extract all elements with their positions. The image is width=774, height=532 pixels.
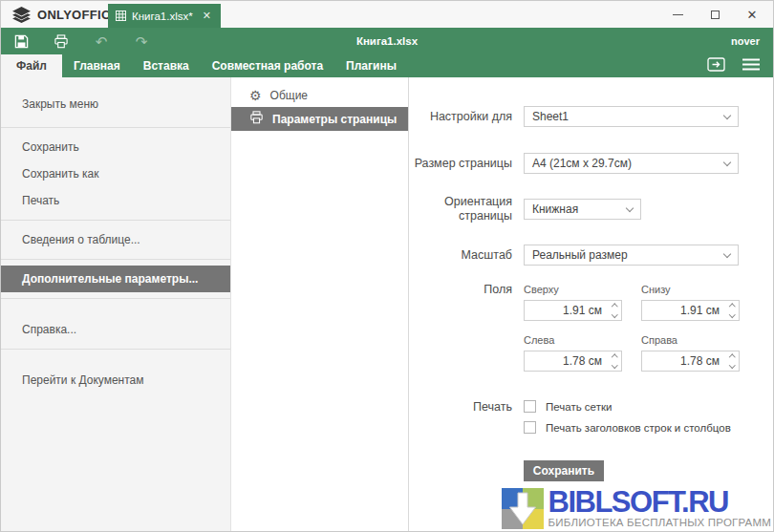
orientation-value: Книжная [532, 202, 578, 216]
print-gridlines-option: Печать сетки [524, 400, 731, 413]
margin-right-stepper[interactable]: 1.78 см [641, 351, 740, 372]
page-settings-form: Настройки для Sheet1 Размер страницы A4 … [409, 77, 773, 532]
watermark-title: BIBLSOFT.RU [548, 489, 771, 516]
page-size-select[interactable]: A4 (21см x 29.7см) [524, 153, 739, 174]
undo-icon[interactable]: ↶ [93, 32, 110, 50]
file-menu-content: Закрыть меню Сохранить Сохранить как Печ… [1, 77, 773, 532]
save-icon[interactable] [12, 32, 30, 50]
chevron-down-icon [723, 249, 731, 257]
watermark-subtitle: БИБЛИОТЕКА БЕСПЛАТНЫХ ПРОГРАММ [548, 516, 771, 529]
settings-category-panel: ⚙ Общие Параметры страницы [231, 77, 409, 532]
titlebar: ONLYOFFICE Книга1.xlsx* ✕ ✕ [1, 1, 773, 28]
print-gridlines-checkbox[interactable] [524, 400, 536, 413]
quick-toolbar: ↶ ↷ Книга1.xlsx nover [1, 28, 773, 54]
window-controls: ✕ [672, 9, 773, 20]
chevron-down-icon [723, 158, 731, 165]
minimize-button[interactable] [672, 9, 683, 20]
menubar: Файл Главная Вставка Совместная работа П… [1, 54, 773, 77]
chevron-down-icon [723, 111, 731, 118]
brand-name: ONLYOFFICE [37, 8, 119, 22]
sidebar-item-save-as[interactable]: Сохранить как [1, 160, 230, 187]
margin-left-stepper[interactable]: 1.78 см [524, 351, 622, 372]
orientation-select[interactable]: Книжная [524, 199, 641, 220]
hamburger-menu-icon[interactable] [742, 57, 760, 74]
app-window: ONLYOFFICE Книга1.xlsx* ✕ ✕ [0, 0, 774, 532]
file-menu-sidebar: Закрыть меню Сохранить Сохранить как Печ… [1, 77, 231, 532]
sheet-select-value: Sheet1 [532, 110, 569, 123]
orientation-row: Ориентация страницы Книжная [409, 195, 773, 223]
print-headings-label: Печать заголовков строк и столбцов [546, 422, 731, 434]
scale-select[interactable]: Реальный размер [524, 245, 739, 266]
panel-item-label: Общие [270, 89, 308, 102]
biblsoft-logo-icon [502, 488, 544, 529]
page-size-row: Размер страницы A4 (21см x 29.7см) [409, 153, 773, 174]
sidebar-item-go-to-documents[interactable]: Перейти к Документам [1, 367, 230, 394]
panel-item-label: Параметры страницы [272, 113, 397, 126]
biblsoft-text: BIBLSOFT.RU БИБЛИОТЕКА БЕСПЛАТНЫХ ПРОГРА… [548, 489, 771, 529]
sidebar-item-close-menu[interactable]: Закрыть меню [1, 87, 230, 121]
sheet-select[interactable]: Sheet1 [524, 106, 739, 127]
close-window-button[interactable]: ✕ [746, 9, 758, 20]
margin-left-value: 1.78 см [563, 354, 602, 368]
maximize-button[interactable] [709, 9, 720, 20]
onlyoffice-logo-icon [12, 7, 31, 23]
sheet-settings-label: Настройки для [409, 110, 512, 124]
print-icon[interactable] [53, 32, 70, 50]
tab-collaboration[interactable]: Совместная работа [201, 54, 334, 77]
margins-row: Поля Сверху 1.91 см Снизу [409, 283, 773, 372]
margin-right-label: Справа [641, 333, 740, 348]
scale-label: Масштаб [409, 248, 512, 263]
divider [1, 127, 230, 128]
tab-file[interactable]: Файл [1, 54, 62, 77]
document-tab[interactable]: Книга1.xlsx* ✕ [108, 4, 221, 28]
margin-top-stepper[interactable]: 1.91 см [524, 300, 622, 321]
orientation-label: Ориентация страницы [409, 195, 512, 223]
page-size-value: A4 (21см x 29.7см) [532, 157, 632, 170]
biblsoft-watermark: BIBLSOFT.RU БИБЛИОТЕКА БЕСПЛАТНЫХ ПРОГРА… [502, 488, 771, 529]
print-gridlines-label: Печать сетки [546, 401, 612, 413]
stepper-arrows-icon[interactable] [730, 351, 735, 371]
toolbar-icons: ↶ ↷ [1, 32, 150, 50]
tab-title: Книга1.xlsx* [132, 11, 195, 22]
stepper-arrows-icon[interactable] [613, 351, 617, 371]
margin-top-label: Сверху [524, 283, 622, 297]
stepper-arrows-icon[interactable] [613, 301, 617, 320]
margin-bottom-label: Снизу [641, 283, 740, 297]
spreadsheet-icon [116, 11, 126, 21]
print-headings-checkbox[interactable] [524, 421, 536, 434]
scale-row: Масштаб Реальный размер [409, 245, 773, 266]
print-headings-option: Печать заголовков строк и столбцов [524, 421, 731, 434]
app-logo: ONLYOFFICE [1, 7, 119, 23]
panel-item-page-settings[interactable]: Параметры страницы [231, 107, 408, 131]
tab-insert[interactable]: Вставка [132, 54, 201, 77]
divider [1, 298, 230, 299]
save-settings-button[interactable]: Сохранить [524, 460, 604, 481]
margin-bottom-stepper[interactable]: 1.91 см [641, 300, 740, 321]
tab-close-icon[interactable]: ✕ [201, 10, 213, 22]
sidebar-item-advanced-settings[interactable]: Дополнительные параметры... [1, 266, 230, 292]
redo-icon[interactable]: ↷ [133, 32, 150, 50]
margin-right-value: 1.78 см [680, 354, 720, 368]
divider [1, 349, 230, 350]
sidebar-item-print[interactable]: Печать [1, 187, 230, 214]
menubar-right-icons [707, 54, 773, 77]
divider [1, 220, 230, 221]
printer-icon [249, 111, 264, 127]
sheet-settings-row: Настройки для Sheet1 [409, 106, 773, 127]
divider [1, 259, 230, 260]
tab-plugins[interactable]: Плагины [334, 54, 408, 77]
sidebar-item-spreadsheet-info[interactable]: Сведения о таблице... [1, 226, 230, 253]
tab-home[interactable]: Главная [62, 54, 132, 77]
print-options-label: Печать [409, 400, 512, 415]
stepper-arrows-icon[interactable] [730, 301, 735, 320]
print-options-row: Печать Печать сетки Печать заголовков ст… [409, 400, 773, 434]
download-arrow-icon [508, 492, 537, 525]
panel-item-general[interactable]: ⚙ Общие [231, 83, 408, 107]
gear-icon: ⚙ [249, 89, 262, 102]
sidebar-item-help[interactable]: Справка... [1, 316, 230, 343]
user-name: nover [731, 35, 773, 47]
open-file-location-icon[interactable] [707, 57, 725, 75]
sidebar-item-save[interactable]: Сохранить [1, 134, 230, 160]
chevron-down-icon [626, 203, 634, 211]
scale-value: Реальный размер [532, 248, 628, 262]
